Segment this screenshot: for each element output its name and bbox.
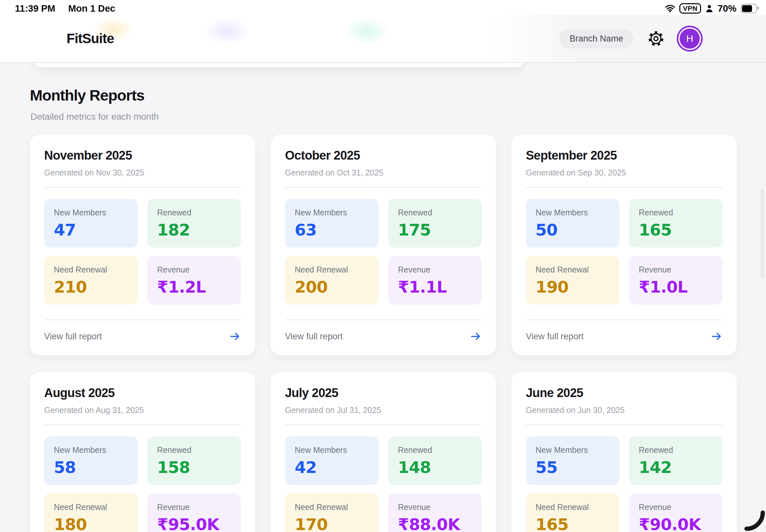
stat-value: ₹1.2L [157,278,231,296]
stat-value: ₹88.0K [398,515,472,532]
report-month: August 2025 [44,386,241,400]
stat-value: 170 [295,515,369,532]
stat-label: Revenue [157,265,231,274]
stat-label: Need Renewal [54,265,128,274]
stat-value: ₹95.0K [157,515,231,532]
stat-tile-renewed: Renewed 165 [629,199,723,248]
stat-tile-revenue: Revenue ₹90.0K [629,493,723,532]
stat-tile-renewed: Renewed 148 [388,436,482,485]
stat-value: 148 [398,458,472,477]
view-full-report-link[interactable]: View full report [285,320,482,353]
stat-label: Need Renewal [295,265,369,274]
stat-label: Renewed [157,208,231,217]
stat-value: ₹1.1L [398,278,472,296]
page-title: Monthly Reports [30,86,144,104]
view-full-report-label: View full report [285,332,343,342]
user-icon [705,4,713,13]
stat-tile-new-members: New Members 42 [285,436,378,485]
divider [285,187,482,188]
scrollbar[interactable] [761,189,764,278]
stat-tile-new-members: New Members 55 [526,436,619,485]
report-generated: Generated on Aug 31, 2025 [44,405,241,415]
settings-button[interactable] [649,31,663,46]
view-full-report-label: View full report [526,332,584,342]
report-card: June 2025 Generated on Jun 30, 2025 New … [512,372,737,532]
stat-tile-renewed: Renewed 175 [388,199,482,248]
vpn-badge: VPN [679,3,701,14]
stat-tile-need-renewal: Need Renewal 190 [526,256,619,305]
stat-label: Revenue [639,265,713,274]
stat-tile-renewed: Renewed 182 [147,199,241,248]
stat-label: Renewed [398,208,472,217]
stat-value: 158 [157,458,231,477]
divider [44,425,241,425]
stat-value: ₹1.0L [639,278,713,296]
stat-label: Revenue [398,265,472,274]
stat-label: New Members [536,208,610,217]
report-card: August 2025 Generated on Aug 31, 2025 Ne… [30,372,255,532]
view-full-report-link[interactable]: View full report [526,320,723,353]
page-subtitle: Detailed metrics for each month [30,112,159,122]
stat-value: 142 [639,458,713,477]
stat-tile-revenue: Revenue ₹95.0K [147,493,241,532]
stat-label: Revenue [157,502,231,512]
stat-value: 63 [295,221,369,239]
stat-tile-renewed: Renewed 142 [629,436,723,485]
stat-tile-need-renewal: Need Renewal 170 [285,493,378,532]
report-month: June 2025 [526,386,723,400]
report-card: September 2025 Generated on Sep 30, 2025… [512,135,737,355]
status-date: Mon 1 Dec [68,3,115,14]
stat-tile-need-renewal: Need Renewal 200 [285,256,378,305]
stat-label: Renewed [639,208,713,217]
wifi-icon [665,5,675,12]
stat-value: 55 [536,458,610,477]
report-month: October 2025 [285,148,482,163]
stat-tile-revenue: Revenue ₹1.1L [388,256,482,305]
view-full-report-link[interactable]: View full report [44,320,241,353]
stat-label: New Members [295,208,369,217]
report-generated: Generated on Nov 30, 2025 [44,168,241,177]
stat-value: 165 [639,221,713,239]
gear-icon [649,31,663,46]
stat-tile-new-members: New Members 63 [285,199,378,248]
app-title: FitSuite [67,31,114,46]
arrow-right-icon [711,331,723,342]
reports-grid: November 2025 Generated on Nov 30, 2025 … [30,135,737,532]
stat-value: ₹90.0K [639,515,713,532]
report-generated: Generated on Jun 30, 2025 [526,405,723,415]
report-month: July 2025 [285,386,482,400]
stat-tile-renewed: Renewed 158 [147,436,241,485]
report-card: November 2025 Generated on Nov 30, 2025 … [30,135,255,355]
stat-label: New Members [536,445,610,455]
stat-label: New Members [54,445,128,455]
stat-label: Revenue [398,502,472,512]
report-month: September 2025 [526,148,723,163]
report-generated: Generated on Oct 31, 2025 [285,168,482,177]
stat-value: 47 [54,221,128,239]
app-header: FitSuite Branch Name H [0,15,766,63]
stat-tile-need-renewal: Need Renewal 210 [44,256,138,305]
view-full-report-label: View full report [44,332,102,342]
loading-spinner [727,493,766,532]
stat-value: 58 [54,458,128,477]
battery-percent: 70% [718,3,736,14]
avatar[interactable]: H [678,27,701,50]
status-bar: 11:39 PM Mon 1 Dec VPN 70% [0,0,766,15]
stat-tile-need-renewal: Need Renewal 180 [44,493,138,532]
stat-value: 50 [536,221,610,239]
report-card: July 2025 Generated on Jul 31, 2025 New … [271,372,496,532]
stat-label: Renewed [639,445,713,455]
stat-value: 42 [295,458,369,477]
stat-tile-revenue: Revenue ₹88.0K [388,493,482,532]
divider [285,425,482,425]
stat-label: Need Renewal [536,502,610,512]
stat-value: 210 [54,278,128,296]
report-generated: Generated on Sep 30, 2025 [526,168,723,177]
stat-tile-new-members: New Members 47 [44,199,138,248]
stat-tile-revenue: Revenue ₹1.2L [147,256,241,305]
arrow-right-icon [470,331,482,342]
stat-label: Need Renewal [536,265,610,274]
stat-label: New Members [295,445,369,455]
branch-name-button[interactable]: Branch Name [559,29,634,49]
arrow-right-icon [229,331,241,342]
